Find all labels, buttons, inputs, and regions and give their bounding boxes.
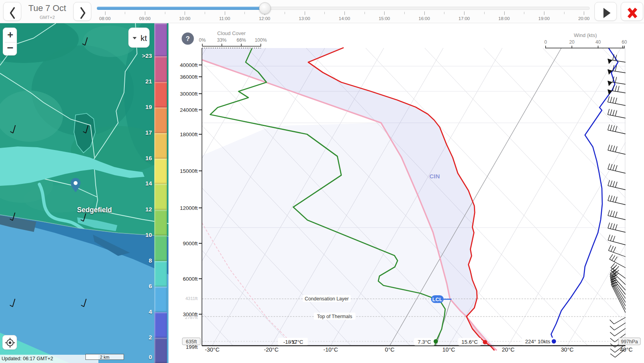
svg-text:2787ft: 2787ft bbox=[185, 315, 198, 320]
svg-text:15000ft: 15000ft bbox=[180, 168, 198, 174]
svg-text:100%: 100% bbox=[255, 37, 267, 43]
svg-text:36000ft: 36000ft bbox=[180, 74, 198, 80]
svg-text:-17°C: -17°C bbox=[290, 339, 303, 345]
svg-text:997hPa: 997hPa bbox=[621, 339, 638, 344]
svg-text:20°C: 20°C bbox=[502, 346, 514, 353]
svg-text:224° 10kts: 224° 10kts bbox=[525, 339, 550, 344]
svg-text:60: 60 bbox=[622, 39, 627, 45]
svg-text:30°C: 30°C bbox=[561, 346, 574, 353]
svg-text:24000ft: 24000ft bbox=[180, 107, 198, 113]
svg-text:CIN: CIN bbox=[429, 173, 440, 180]
svg-text:40: 40 bbox=[596, 39, 601, 45]
svg-text:12000ft: 12000ft bbox=[180, 205, 198, 211]
svg-text:-30°C: -30°C bbox=[205, 346, 219, 353]
svg-text:LCL: LCL bbox=[432, 296, 442, 302]
svg-text:6000ft: 6000ft bbox=[183, 276, 198, 282]
svg-text:33%: 33% bbox=[217, 37, 226, 43]
svg-text:Cloud Cover: Cloud Cover bbox=[217, 30, 246, 36]
svg-text:20: 20 bbox=[569, 39, 575, 45]
svg-text:kt: kt bbox=[141, 33, 147, 43]
svg-text:Top of Thermals: Top of Thermals bbox=[317, 314, 352, 319]
svg-text:0: 0 bbox=[544, 39, 547, 45]
svg-text:Wind (kts): Wind (kts) bbox=[574, 32, 597, 38]
svg-text:40°C: 40°C bbox=[620, 346, 633, 353]
svg-text:9000ft: 9000ft bbox=[183, 241, 198, 246]
svg-text:66%: 66% bbox=[237, 37, 246, 43]
svg-text:0%: 0% bbox=[199, 37, 206, 43]
svg-text:-20°C: -20°C bbox=[264, 346, 278, 353]
svg-text:0°C: 0°C bbox=[385, 346, 394, 353]
svg-text:7.3°C: 7.3°C bbox=[418, 339, 431, 345]
svg-text:4311ft: 4311ft bbox=[185, 296, 198, 301]
svg-text:10°C: 10°C bbox=[442, 346, 455, 353]
svg-text:30000ft: 30000ft bbox=[180, 91, 198, 97]
svg-text:Condensation Layer: Condensation Layer bbox=[305, 296, 349, 302]
svg-text:635ft: 635ft bbox=[186, 339, 197, 344]
svg-text:15.6°C: 15.6°C bbox=[461, 339, 478, 345]
svg-text:?: ? bbox=[186, 35, 190, 43]
svg-text:18000ft: 18000ft bbox=[180, 131, 198, 137]
svg-text:40000ft: 40000ft bbox=[180, 62, 198, 68]
svg-text:Sedgefield: Sedgefield bbox=[77, 206, 112, 214]
svg-text:-10°C: -10°C bbox=[323, 346, 338, 353]
